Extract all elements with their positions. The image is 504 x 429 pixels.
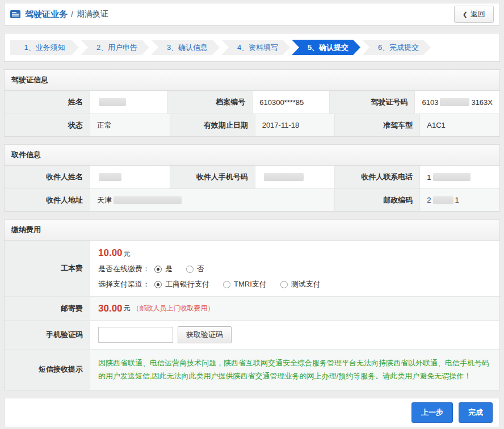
sms-notice-text: 因陕西省联通、电信运营商技术问题，陕西省互联网交通安全综合服务管理平台无法向持陕… [90,350,499,390]
recipient-tel-prefix: 1 [427,173,431,182]
online-pay-option-yes-label: 是 [165,264,173,274]
pickup-row-2: 收件人地址 天津 邮政编码 2 1 [5,188,499,211]
license-business-icon [10,10,20,18]
pickup-info-section: 取件信息 收件人姓名 收件人手机号码 收件人联系电话 1 收件人地址 天津 邮政… [4,144,500,212]
page-title: 驾驶证业务 [25,9,68,20]
cost-amount-line: 10.00元 [98,247,131,259]
license-info-section: 驾驶证信息 姓名 档案编号 610300****85 驾驶证号码 6103 31… [4,69,500,137]
back-chevron-icon: ❮ [463,11,468,18]
radio-unchecked-icon [280,281,288,288]
previous-step-button[interactable]: 上一步 [411,402,453,423]
postcode-value: 2 1 [419,189,499,211]
vehicle-class-label: 准驾车型 [334,114,419,136]
step-4-fill-data[interactable]: 4、资料填写 [221,40,290,55]
breadcrumb-separator: / [71,10,73,19]
sms-code-label: 手机验证码 [5,321,90,349]
postage-amount: 30.00 [98,303,123,314]
status-label: 状态 [5,114,90,136]
postcode-suffix: 1 [455,196,459,204]
license-no-value: 6103 3163X [414,91,499,113]
status-value: 正常 [90,114,170,136]
channel-option-icbc-label: 工商银行支付 [165,279,209,289]
online-pay-option-yes[interactable]: 是 [154,264,173,274]
pickup-row-1: 收件人姓名 收件人手机号码 收件人联系电话 1 [5,166,499,188]
postcode-prefix: 2 [427,196,431,204]
back-button[interactable]: ❮ 返回 [454,6,494,23]
cost-unit: 元 [124,250,131,258]
recipient-mobile-value [255,166,335,188]
step-5-confirm-submit[interactable]: 5、确认提交 [292,40,360,55]
license-no-label: 驾驶证号码 [329,91,414,113]
sms-notice-label: 短信接收提示 [5,350,90,390]
redacted-address [114,196,182,204]
online-pay-line: 是否在线缴费： 是 否 [98,264,218,274]
sms-code-input[interactable] [98,327,173,343]
file-no-value: 610300****85 [252,91,329,113]
online-pay-option-no[interactable]: 否 [186,264,204,274]
expiry-label: 有效期止日期 [170,114,255,136]
address-value: 天津 [90,189,334,211]
step-6-complete-submit[interactable]: 6、完成提交 [362,40,431,55]
cost-fee-label: 工本费 [5,241,90,296]
license-no-prefix: 6103 [422,98,438,107]
channel-option-tmri-label: TMRI支付 [234,279,267,289]
redacted-recipient-name [99,173,121,181]
online-pay-label: 是否在线缴费： [98,264,150,274]
address-prefix: 天津 [97,195,112,205]
redacted-license-no [440,98,469,106]
postage-fee-label: 邮寄费 [5,297,90,320]
address-label: 收件人地址 [5,189,90,211]
radio-unchecked-icon [186,266,194,273]
postage-fee-row: 邮寄费 30.00元 （邮政人员上门收取费用） [5,296,499,320]
step-1-business-notice[interactable]: 1、业务须知 [10,40,79,55]
page-header: 驾驶证业务 / 期满换证 ❮ 返回 [4,3,500,26]
step-wizard: 1、业务须知 2、用户申告 3、确认信息 4、资料填写 5、确认提交 6、完成提… [4,33,500,62]
redacted-name [99,98,126,106]
channel-option-test-label: 测试支付 [291,279,321,289]
step-3-confirm-info[interactable]: 3、确认信息 [151,40,220,55]
channel-option-test[interactable]: 测试支付 [280,279,321,289]
postcode-label: 邮政编码 [334,189,419,211]
channel-option-tmri[interactable]: TMRI支付 [223,279,267,289]
cost-amount: 10.00 [98,247,123,258]
name-label: 姓名 [5,91,90,113]
radio-checked-icon [154,281,162,288]
radio-unchecked-icon [223,281,230,288]
redacted-recipient-mobile [264,173,304,181]
name-value [90,91,167,113]
postage-fee-value: 30.00元 （邮政人员上门收取费用） [90,297,499,320]
recipient-name-label: 收件人姓名 [5,166,90,188]
channel-option-icbc[interactable]: 工商银行支付 [154,279,209,289]
postage-note: （邮政人员上门收取费用） [133,304,215,313]
sms-code-value-cell: 获取验证码 [90,321,499,349]
footer-actions: 上一步 完成 [4,398,500,427]
recipient-name-value [90,166,170,188]
sms-code-row: 手机验证码 获取验证码 [5,320,499,349]
pay-channel-label: 选择支付渠道： [98,279,150,289]
cost-fee-row: 工本费 10.00元 是否在线缴费： 是 否 选 [5,241,499,296]
file-no-label: 档案编号 [167,91,252,113]
pay-channel-line: 选择支付渠道： 工商银行支付 TMRI支付 测试支付 [98,279,334,289]
sms-notice-row: 短信接收提示 因陕西省联通、电信运营商技术问题，陕西省互联网交通安全综合服务管理… [5,349,499,390]
page: 驾驶证业务 / 期满换证 ❮ 返回 1、业务须知 2、用户申告 3、确认信息 4… [0,0,504,429]
step-2-user-declaration[interactable]: 2、用户申告 [81,40,149,55]
fees-section: 缴纳费用 工本费 10.00元 是否在线缴费： 是 否 [4,219,500,390]
license-section-title: 驾驶证信息 [5,70,499,91]
redacted-postcode [433,196,453,204]
recipient-tel-value: 1 [419,166,499,188]
redacted-recipient-tel [433,173,471,181]
back-button-label: 返回 [471,9,485,19]
radio-checked-icon [154,266,162,273]
breadcrumb-current: 期满换证 [77,9,108,19]
license-no-suffix: 3163X [471,98,493,107]
online-pay-option-no-label: 否 [197,264,204,274]
license-row-2: 状态 正常 有效期止日期 2017-11-18 准驾车型 A1C1 [5,113,499,136]
finish-button[interactable]: 完成 [459,402,493,423]
recipient-mobile-label: 收件人手机号码 [170,166,255,188]
pickup-section-title: 取件信息 [5,145,499,166]
vehicle-class-value: A1C1 [419,114,499,136]
license-row-1: 姓名 档案编号 610300****85 驾驶证号码 6103 3163X [5,91,499,113]
postage-unit: 元 [124,304,131,313]
get-code-button[interactable]: 获取验证码 [178,326,232,343]
cost-fee-value: 10.00元 是否在线缴费： 是 否 选择支付渠道： [90,241,499,296]
